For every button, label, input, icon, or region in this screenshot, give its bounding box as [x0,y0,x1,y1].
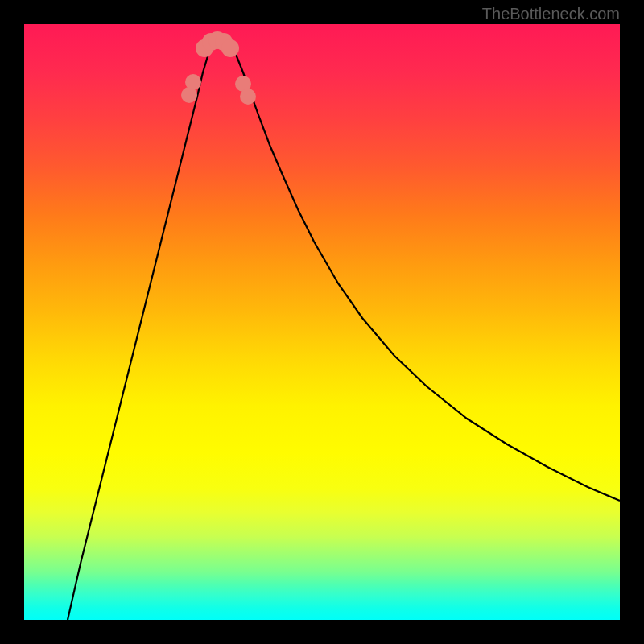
bottleneck-curve-svg [24,24,620,620]
chart-plot-area [24,24,620,620]
curve-markers [181,31,256,105]
curve-marker [240,89,256,105]
watermark-text: TheBottleneck.com [482,5,620,23]
curve-marker [221,39,239,57]
curve-marker [185,74,201,90]
bottleneck-curve-path [68,39,620,620]
